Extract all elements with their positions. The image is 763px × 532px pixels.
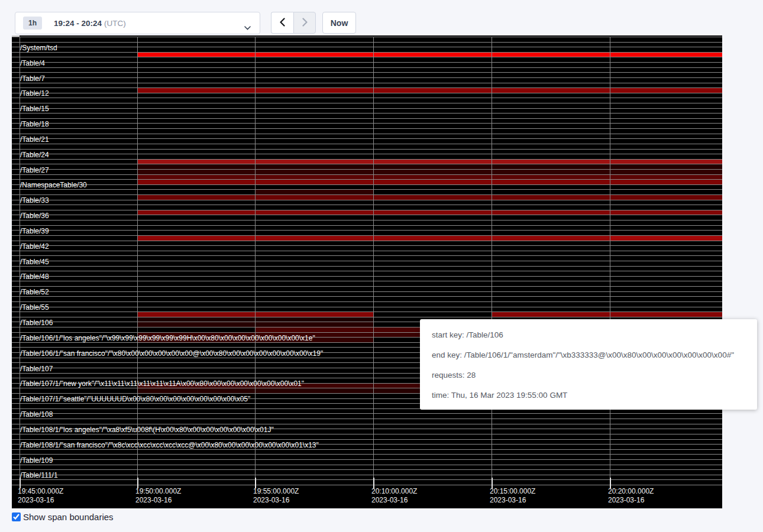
row-label: /Table/106 — [20, 319, 53, 327]
span-boundary-hline — [12, 118, 722, 119]
span-boundary-hline — [12, 52, 722, 53]
x-axis-time: 19:45:00.000Z — [18, 487, 63, 496]
span-boundary-hline — [12, 296, 722, 297]
x-axis-time: 20:15:00.000Z — [490, 487, 535, 496]
time-range-timezone: (UTC) — [104, 19, 126, 28]
row-label: /Table/39 — [20, 228, 49, 235]
span-boundary-hline — [12, 87, 722, 88]
next-time-button[interactable] — [293, 12, 316, 34]
span-boundary-hline — [12, 439, 722, 440]
hover-tooltip: start key: /Table/106 end key: /Table/10… — [420, 319, 757, 410]
row-label: /System/tsd — [20, 44, 57, 52]
span-boundary-hline — [12, 123, 722, 124]
now-button[interactable]: Now — [322, 12, 356, 34]
tooltip-end-key: end key: /Table/106/1/"amsterdam"/"\xb33… — [432, 345, 745, 365]
heat-band[interactable] — [137, 87, 722, 93]
span-boundary-hline — [12, 449, 722, 450]
span-boundary-hline — [12, 251, 722, 251]
time-nav-button-group — [271, 12, 316, 34]
heat-band[interactable] — [137, 52, 722, 57]
time-gridline — [255, 37, 256, 486]
span-boundary-hline — [12, 479, 722, 480]
row-label: /Table/106/1/"los angeles"/"\x99\x99\x99… — [20, 335, 315, 342]
span-boundary-hline — [12, 469, 722, 470]
time-gridline — [610, 37, 610, 486]
heatmap-canvas[interactable]: /System/tsd/Table/4/Table/7/Table/12/Tab… — [12, 35, 722, 508]
heat-band[interactable] — [137, 169, 722, 174]
prev-time-button[interactable] — [271, 12, 293, 34]
span-boundary-hline — [12, 113, 722, 113]
row-label: /Table/108 — [20, 411, 53, 419]
row-label: /Table/7 — [20, 75, 45, 83]
span-boundary-hline — [12, 164, 722, 164]
heat-band[interactable] — [137, 159, 722, 164]
span-boundary-hline — [12, 77, 722, 78]
span-boundary-hline — [12, 413, 722, 414]
span-boundary-hline — [12, 485, 722, 485]
time-gridline — [492, 37, 492, 486]
heat-band[interactable] — [137, 164, 722, 169]
row-label: /Table/48 — [20, 273, 49, 281]
heat-band[interactable] — [610, 235, 722, 241]
time-gridline — [373, 37, 374, 486]
x-axis-date: 2023-03-16 — [490, 496, 535, 505]
chevron-down-icon — [244, 22, 251, 33]
span-boundary-hline — [12, 134, 722, 134]
span-boundary-hline — [12, 241, 722, 241]
row-label: /Table/55 — [20, 304, 49, 312]
x-axis-time: 19:50:00.000Z — [135, 487, 181, 496]
span-boundary-hline — [12, 301, 722, 302]
span-boundary-hline — [12, 317, 722, 317]
span-boundary-hline — [12, 42, 722, 43]
span-boundary-hline — [12, 189, 722, 190]
span-boundary-hline — [12, 144, 722, 144]
time-range-duration-badge: 1h — [23, 17, 42, 30]
heat-band[interactable] — [137, 194, 722, 200]
span-boundary-hline — [12, 312, 722, 312]
row-label: /Table/12 — [20, 90, 49, 98]
span-boundary-hline — [12, 235, 722, 236]
tooltip-time: time: Thu, 16 Mar 2023 19:55:00 GMT — [432, 385, 745, 406]
span-boundary-hline — [12, 67, 722, 68]
span-boundary-hline — [12, 47, 722, 47]
span-boundary-hline — [12, 103, 722, 103]
row-label: /Table/45 — [20, 258, 49, 266]
span-boundary-hline — [12, 200, 722, 200]
row-label: /Table/27 — [20, 167, 49, 174]
row-label: /Table/36 — [20, 212, 49, 220]
span-boundary-hline — [12, 72, 722, 73]
row-label: /NamespaceTable/30 — [20, 181, 87, 189]
span-boundary-hline — [12, 57, 722, 57]
span-boundary-hline — [12, 424, 722, 424]
span-boundary-hline — [12, 138, 722, 139]
show-span-boundaries-checkbox[interactable] — [12, 512, 21, 521]
span-boundary-hline — [12, 261, 722, 261]
span-boundary-hline — [12, 37, 722, 37]
time-range-text: 19:24 - 20:24(UTC) — [54, 19, 126, 28]
span-boundary-hline — [12, 434, 722, 434]
span-boundary-hline — [12, 307, 722, 307]
row-label: /Table/111/1 — [20, 472, 58, 479]
heat-band[interactable] — [137, 174, 722, 180]
span-boundary-hline — [12, 459, 722, 460]
footer-controls: Show span boundaries — [12, 512, 114, 522]
span-boundary-hline — [12, 220, 722, 220]
span-boundary-hline — [12, 154, 722, 154]
heat-band[interactable] — [255, 189, 373, 194]
x-axis-date: 2023-03-16 — [371, 496, 417, 505]
x-axis-label: 20:10:00.000Z2023-03-16 — [371, 487, 417, 505]
time-range-value: 19:24 - 20:24 — [54, 19, 102, 28]
row-label: /Table/107/1/"seattle"/"UUUUUUD\x00\x80\… — [20, 395, 250, 403]
span-boundary-hline — [12, 194, 722, 195]
row-label: /Table/4 — [20, 60, 45, 67]
span-boundary-hline — [12, 83, 722, 83]
heat-band[interactable] — [137, 210, 722, 215]
time-gridline — [137, 37, 138, 486]
span-boundary-hline — [12, 230, 722, 231]
time-range-selector[interactable]: 1h 19:24 - 20:24(UTC) — [15, 12, 260, 34]
show-span-boundaries-label: Show span boundaries — [23, 512, 114, 522]
heat-band[interactable] — [492, 312, 722, 317]
span-boundary-hline — [12, 62, 722, 63]
span-boundary-hline — [12, 174, 722, 175]
heat-band[interactable] — [137, 179, 722, 184]
